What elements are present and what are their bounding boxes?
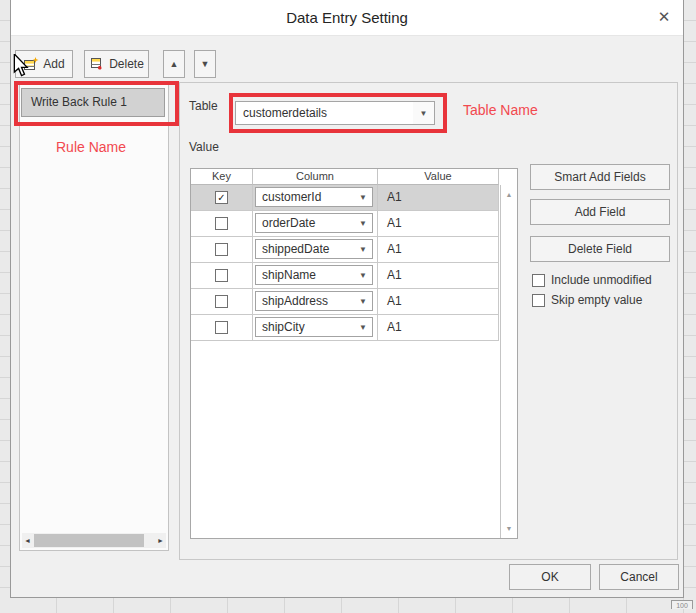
spreadsheet-zoom-fragment: 100 (671, 600, 693, 609)
column-cell: shipCity ▼ (253, 315, 378, 341)
add-field-button[interactable]: Add Field (530, 199, 670, 225)
key-cell (191, 263, 253, 289)
scroll-right-icon[interactable]: ► (155, 537, 166, 544)
key-checkbox[interactable] (215, 217, 228, 230)
chevron-down-icon[interactable]: ▼ (354, 188, 372, 206)
rule-settings-groupbox: Table customerdetails ▼ Table Name Value… (179, 82, 678, 560)
value-cell[interactable]: A1 (378, 263, 499, 289)
column-select[interactable]: shipAddress ▼ (255, 291, 373, 311)
header-key: Key (191, 169, 253, 185)
delete-rule-icon (89, 56, 105, 72)
column-select-value: shipCity (262, 318, 305, 337)
fields-grid-row[interactable]: shipName ▼ A1 (191, 263, 499, 289)
key-checkbox[interactable] (215, 321, 228, 334)
rules-list-item-selected[interactable]: Write Back Rule 1 (21, 88, 165, 117)
scroll-down-icon[interactable]: ▼ (501, 525, 517, 532)
fields-grid-body: ✓ customerId ▼ A1 orderDate ▼ A1 shipped… (191, 185, 499, 341)
fields-grid: Key Column Value ✓ customerId ▼ A1 order… (190, 168, 518, 539)
chevron-down-icon[interactable]: ▼ (354, 240, 372, 258)
chevron-down-icon[interactable]: ▼ (354, 266, 372, 284)
dialog-title: Data Entry Setting (11, 0, 683, 36)
header-column: Column (253, 169, 378, 185)
move-rule-down-button[interactable]: ▼ (194, 50, 216, 78)
key-cell (191, 237, 253, 263)
column-select[interactable]: shippedDate ▼ (255, 239, 373, 259)
column-select[interactable]: shipCity ▼ (255, 317, 373, 337)
fields-grid-row[interactable]: orderDate ▼ A1 (191, 211, 499, 237)
key-checkbox[interactable] (215, 269, 228, 282)
add-rule-label: Add (43, 57, 64, 71)
column-select-value: shipAddress (262, 292, 328, 311)
column-select-value: customerId (262, 188, 321, 207)
value-cell[interactable]: A1 (378, 211, 499, 237)
column-select-value: shippedDate (262, 240, 329, 259)
include-unmodified-label: Include unmodified (551, 273, 652, 287)
delete-rule-label: Delete (109, 57, 144, 71)
cancel-button[interactable]: Cancel (599, 564, 679, 590)
header-value: Value (378, 169, 499, 185)
smart-add-fields-button[interactable]: Smart Add Fields (530, 164, 670, 190)
value-cell[interactable]: A1 (378, 315, 499, 341)
key-cell: ✓ (191, 185, 253, 211)
close-icon[interactable]: ✕ (649, 0, 679, 36)
fields-grid-row[interactable]: shipCity ▼ A1 (191, 315, 499, 341)
skip-empty-value-checkbox[interactable] (532, 294, 545, 307)
column-cell: shippedDate ▼ (253, 237, 378, 263)
key-checkbox[interactable] (215, 295, 228, 308)
delete-field-button[interactable]: Delete Field (530, 236, 670, 262)
arrow-down-icon: ▼ (201, 59, 210, 69)
scrollbar-thumb[interactable] (34, 534, 144, 547)
column-select[interactable]: shipName ▼ (255, 265, 373, 285)
rules-list-horizontal-scrollbar[interactable]: ◄ ► (22, 533, 166, 548)
fields-grid-row[interactable]: shipAddress ▼ A1 (191, 289, 499, 315)
column-cell: customerId ▼ (253, 185, 378, 211)
mouse-cursor-icon (12, 54, 30, 78)
column-cell: shipAddress ▼ (253, 289, 378, 315)
column-select[interactable]: orderDate ▼ (255, 213, 373, 233)
value-cell[interactable]: A1 (378, 185, 499, 211)
table-select[interactable]: customerdetails ▼ (235, 101, 435, 125)
spreadsheet-background-bottom (0, 598, 696, 613)
chevron-down-icon[interactable]: ▼ (354, 292, 372, 310)
table-label: Table (189, 99, 218, 113)
key-checkbox[interactable]: ✓ (215, 191, 228, 204)
key-cell (191, 211, 253, 237)
value-label: Value (189, 140, 219, 154)
chevron-down-icon[interactable]: ▼ (354, 318, 372, 336)
column-cell: orderDate ▼ (253, 211, 378, 237)
fields-grid-row[interactable]: shippedDate ▼ A1 (191, 237, 499, 263)
key-cell (191, 315, 253, 341)
arrow-up-icon: ▲ (170, 59, 179, 69)
scroll-left-icon[interactable]: ◄ (22, 537, 33, 544)
column-select-value: orderDate (262, 214, 315, 233)
table-select-value: customerdetails (243, 102, 327, 124)
delete-rule-button[interactable]: Delete (84, 50, 149, 78)
scroll-up-icon[interactable]: ▲ (501, 191, 517, 198)
fields-grid-row[interactable]: ✓ customerId ▼ A1 (191, 185, 499, 211)
annotation-table-name-label: Table Name (463, 102, 538, 118)
data-entry-setting-dialog: Data Entry Setting ✕ Add Delete ▲ (10, 0, 684, 598)
fields-grid-vertical-scrollbar[interactable]: ▲ ▼ (500, 185, 517, 538)
skip-empty-value-label: Skip empty value (551, 293, 642, 307)
skip-empty-value-option[interactable]: Skip empty value (532, 293, 642, 307)
column-cell: shipName ▼ (253, 263, 378, 289)
chevron-down-icon[interactable]: ▼ (413, 102, 434, 124)
value-cell[interactable]: A1 (378, 289, 499, 315)
fields-grid-header: Key Column Value (191, 169, 499, 185)
value-cell[interactable]: A1 (378, 237, 499, 263)
chevron-down-icon[interactable]: ▼ (354, 214, 372, 232)
key-cell (191, 289, 253, 315)
dialog-titlebar: Data Entry Setting ✕ (11, 0, 683, 36)
move-rule-up-button[interactable]: ▲ (163, 50, 185, 78)
column-select[interactable]: customerId ▼ (255, 187, 373, 207)
ok-button[interactable]: OK (509, 564, 591, 590)
column-select-value: shipName (262, 266, 316, 285)
include-unmodified-checkbox[interactable] (532, 274, 545, 287)
annotation-rule-name-label: Rule Name (56, 139, 126, 155)
include-unmodified-option[interactable]: Include unmodified (532, 273, 652, 287)
spreadsheet-background-right (682, 0, 696, 613)
key-checkbox[interactable] (215, 243, 228, 256)
